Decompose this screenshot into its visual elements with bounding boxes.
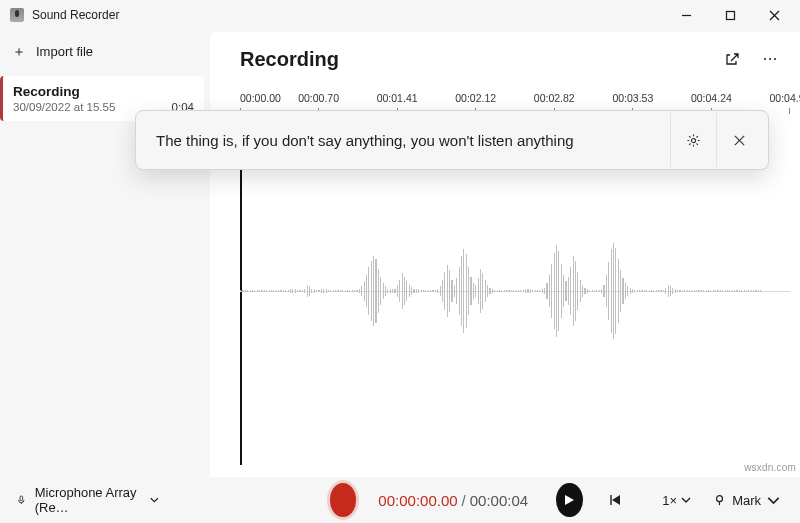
close-button[interactable] (752, 0, 796, 30)
waveform-bar (442, 280, 443, 302)
close-icon (769, 10, 780, 21)
gear-icon (686, 133, 701, 148)
waveform-bar (518, 290, 519, 292)
waveform-bar (307, 285, 308, 298)
waveform-bar (587, 289, 588, 292)
waveform-bar (492, 289, 493, 292)
waveform-bar (425, 290, 426, 292)
waveform-bar (694, 290, 695, 292)
waveform-bar (637, 290, 638, 292)
svg-rect-1 (726, 11, 734, 19)
waveform-bar (366, 275, 367, 307)
waveform-bar (314, 289, 315, 292)
play-button[interactable] (556, 483, 583, 517)
microphone-selector[interactable]: Microphone Array (Re… (8, 484, 170, 516)
waveform-bar (345, 290, 346, 292)
transcript-close-button[interactable] (716, 113, 762, 167)
ruler-tick-label: 00:01.41 (377, 92, 418, 104)
waveform (240, 236, 790, 346)
waveform-bar (556, 245, 557, 338)
waveform-bar (271, 290, 272, 292)
waveform-bar (668, 285, 669, 298)
waveform-bar (413, 289, 414, 294)
waveform-bar (276, 290, 277, 292)
waveform-bar (385, 286, 386, 296)
waveform-bar (489, 288, 490, 294)
track-area[interactable] (240, 116, 790, 477)
waveform-bar (328, 290, 329, 292)
microphone-icon (16, 493, 27, 507)
waveform-bar (375, 259, 376, 323)
svg-rect-10 (20, 496, 23, 501)
maximize-button[interactable] (708, 0, 752, 30)
waveform-bar (257, 290, 258, 292)
app-title: Sound Recorder (32, 8, 119, 22)
waveform-bar (273, 290, 274, 292)
waveform-bar (466, 254, 467, 328)
waveform-bar (751, 290, 752, 292)
more-icon (762, 51, 778, 67)
waveform-bar (584, 288, 585, 294)
waveform-bar (532, 290, 533, 292)
waveform-bar (297, 290, 298, 292)
waveform-bar (504, 290, 505, 292)
import-label: Import file (36, 44, 93, 59)
waveform-bar (542, 289, 543, 292)
more-button[interactable] (754, 43, 786, 75)
waveform-bar (309, 286, 310, 296)
waveform-bar (641, 290, 642, 292)
waveform-bar (347, 290, 348, 292)
waveform-bar (361, 286, 362, 296)
waveform-bar (649, 290, 650, 292)
waveform-bar (456, 278, 457, 304)
share-icon (724, 51, 740, 67)
waveform-bar (261, 290, 262, 292)
ruler-tick-label: 00:02.12 (455, 92, 496, 104)
mark-button[interactable]: Mark (707, 489, 786, 512)
waveform-bar (653, 290, 654, 292)
minimize-button[interactable] (664, 0, 708, 30)
waveform-bar (285, 290, 286, 292)
waveform-bar (554, 253, 555, 330)
share-button[interactable] (716, 43, 748, 75)
waveform-bar (601, 289, 602, 292)
waveform-bar (428, 290, 429, 292)
recording-name: Recording (13, 84, 192, 99)
svg-point-7 (691, 138, 695, 142)
waveform-bar (252, 290, 253, 292)
transcript-settings-button[interactable] (670, 113, 716, 167)
waveform-bar (627, 286, 628, 296)
waveform-bar (416, 289, 417, 292)
waveform-bar (373, 256, 374, 326)
waveform-bar (356, 290, 357, 292)
waveform-bar (354, 290, 355, 292)
waveform-bar (440, 286, 441, 296)
waveform-bar (499, 290, 500, 292)
waveform-bar (430, 290, 431, 292)
waveform-bar (387, 289, 388, 294)
waveform-bar (480, 269, 481, 314)
waveform-bar (406, 281, 407, 300)
waveform-bar (615, 248, 616, 334)
skip-start-button[interactable] (603, 493, 627, 507)
waveform-bar (753, 290, 754, 292)
waveform-bar (451, 280, 452, 302)
page-title: Recording (240, 48, 339, 71)
import-file-button[interactable]: ＋ Import file (0, 34, 210, 68)
waveform-bar (501, 290, 502, 292)
waveform-bar (679, 290, 680, 292)
watermark: wsxdn.com (744, 462, 796, 473)
waveform-bar (418, 289, 419, 292)
waveform-bar (288, 290, 289, 292)
playback-speed-button[interactable]: 1× (656, 489, 697, 512)
record-button[interactable] (330, 483, 357, 517)
waveform-bar (508, 290, 509, 292)
waveform-bar (264, 290, 265, 292)
waveform-bar (468, 267, 469, 315)
waveform-bar (689, 290, 690, 292)
time-current: 00:00:00.00 (378, 492, 457, 509)
waveform-bar (755, 290, 756, 292)
waveform-bar (269, 290, 270, 292)
waveform-bar (394, 289, 395, 294)
waveform-bar (461, 256, 462, 326)
